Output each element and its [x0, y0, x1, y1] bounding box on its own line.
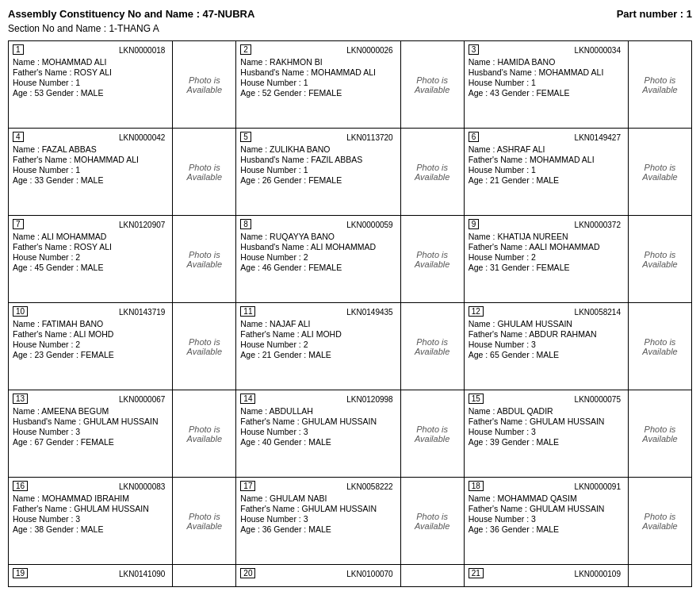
voter-name: Name : MOHAMMAD QASIM: [469, 493, 624, 503]
photo-placeholder: Photo isAvailable: [628, 41, 691, 128]
voter-house: House Number : 1: [13, 78, 168, 87]
card-lkn: LKN0000091: [557, 481, 624, 493]
assembly-title: Assembly Constituency No and Name : 47-N…: [8, 8, 254, 20]
card-lkn: LKN0058214: [557, 306, 624, 318]
voter-father: Father's Name : MOHAMMAD ALI: [469, 155, 624, 164]
voter-name: Name : FATIMAH BANO: [13, 319, 168, 328]
card-lkn: LKN0120907: [101, 219, 168, 231]
voter-card: 15 LKN0000075 Name : ABDUL QADIR Father'…: [465, 390, 692, 478]
voter-age-gender: Age : 65 Gender : MALE: [469, 350, 624, 359]
voter-card: 13 LKN0000067 Name : AMEENA BEGUM Husban…: [9, 390, 236, 478]
photo-placeholder: Photo isAvailable: [400, 390, 464, 477]
voter-house: House Number : 2: [13, 252, 168, 262]
card-number: 10: [13, 306, 28, 317]
voter-card: 17 LKN0058222 Name : GHULAM NABI Father'…: [236, 478, 464, 565]
voter-name: Name : MOHAMMAD ALI: [13, 57, 168, 67]
card-lkn: LKN0058222: [329, 481, 396, 493]
card-number: 13: [13, 394, 28, 404]
card-number: 8: [240, 219, 251, 229]
voter-card: 6 LKN0149427 Name : ASHRAF ALI Father's …: [465, 129, 692, 216]
voter-name: Name : ASHRAF ALI: [469, 144, 624, 154]
card-lkn: LKN0100070: [329, 568, 396, 580]
card-lkn: LKN0120998: [329, 394, 396, 405]
voter-house: House Number : 3: [469, 340, 624, 349]
voter-house: House Number : 2: [13, 340, 168, 349]
voter-age-gender: Age : 36 Gender : MALE: [469, 524, 624, 534]
card-lkn: LKN0141090: [101, 568, 168, 580]
voter-father: Father's Name : GHULAM HUSSAIN: [240, 504, 396, 513]
card-number: 6: [469, 132, 480, 142]
voter-house: House Number : 2: [240, 252, 396, 262]
voter-father: Father's Name : GHULAM HUSSAIN: [240, 417, 396, 426]
card-number: 21: [469, 568, 484, 578]
photo-placeholder: Photo isAvailable: [628, 303, 691, 390]
card-number: 15: [469, 394, 484, 404]
voter-father: Father's Name : MOHAMMAD ALI: [13, 155, 168, 164]
voter-card: 3 LKN0000034 Name : HAMIDA BANO Husband'…: [465, 41, 692, 129]
part-number: Part number : 1: [617, 8, 692, 20]
voter-name: Name : NAJAF ALI: [240, 319, 396, 328]
card-lkn: LKN0000018: [101, 44, 168, 56]
voter-age-gender: Age : 21 Gender : MALE: [240, 350, 396, 359]
bottom-row: 19 LKN0141090 20 LKN0100070 21 LKN000010…: [8, 565, 692, 587]
voter-card: 8 LKN0000059 Name : RUQAYYA BANO Husband…: [236, 216, 464, 303]
voter-name: Name : RAKHMON BI: [240, 57, 396, 67]
voter-house: House Number : 3: [240, 514, 396, 524]
voter-card: 7 LKN0120907 Name : ALI MOHAMMAD Father'…: [9, 216, 236, 303]
voter-name: Name : ZULIKHA BANO: [240, 144, 396, 154]
card-number: 14: [240, 394, 255, 404]
card-number: 2: [240, 44, 251, 55]
voter-age-gender: Age : 33 Gender : MALE: [13, 175, 168, 185]
voter-name: Name : HAMIDA BANO: [469, 57, 624, 67]
voter-father: Father's Name : ALI MOHD: [13, 329, 168, 339]
voter-father: Husband's Name : MOHAMMAD ALI: [240, 67, 396, 77]
voter-father: Father's Name : ROSY ALI: [13, 67, 168, 77]
voter-father: Husband's Name : FAZIL ABBAS: [240, 155, 396, 164]
voter-age-gender: Age : 43 Gender : FEMALE: [469, 88, 624, 98]
voter-house: House Number : 2: [240, 340, 396, 349]
voter-card: 18 LKN0000091 Name : MOHAMMAD QASIM Fath…: [465, 478, 692, 565]
voter-house: House Number : 1: [13, 165, 168, 175]
photo-placeholder: Photo isAvailable: [172, 41, 235, 128]
voter-grid: 1 LKN0000018 Name : MOHAMMAD ALI Father'…: [8, 40, 692, 565]
card-number: 12: [469, 306, 484, 317]
voter-house: House Number : 1: [469, 78, 624, 87]
card-number: 18: [469, 481, 484, 491]
voter-name: Name : ABDUL QADIR: [469, 406, 624, 416]
photo-placeholder: Photo isAvailable: [400, 303, 464, 390]
voter-card: 12 LKN0058214 Name : GHULAM HUSSAIN Fath…: [465, 303, 692, 390]
voter-house: House Number : 1: [469, 165, 624, 175]
voter-age-gender: Age : 38 Gender : MALE: [13, 524, 168, 534]
voter-card: 14 LKN0120998 Name : ABDULLAH Father's N…: [236, 390, 464, 478]
voter-house: House Number : 3: [13, 514, 168, 524]
photo-placeholder: Photo isAvailable: [172, 129, 235, 215]
voter-father: Father's Name : ALI MOHD: [240, 329, 396, 339]
photo-placeholder: Photo isAvailable: [628, 129, 691, 215]
card-number: 3: [469, 44, 480, 55]
voter-card: 1 LKN0000018 Name : MOHAMMAD ALI Father'…: [9, 41, 236, 129]
card-number: 4: [13, 132, 24, 142]
voter-name: Name : RUQAYYA BANO: [240, 232, 396, 241]
card-lkn: LKN0000372: [557, 219, 624, 231]
photo-placeholder: Photo isAvailable: [172, 303, 235, 390]
voter-father: Father's Name : AALI MOHAMMAD: [469, 242, 624, 252]
card-lkn: LKN0000059: [329, 219, 396, 231]
card-lkn: LKN0000026: [329, 44, 396, 56]
card-number: 16: [13, 481, 28, 491]
voter-father: Husband's Name : MOHAMMAD ALI: [469, 67, 624, 77]
card-number: 19: [13, 568, 28, 578]
voter-card: 2 LKN0000026 Name : RAKHMON BI Husband's…: [236, 41, 464, 129]
voter-card-partial: 20 LKN0100070: [236, 565, 464, 587]
card-number: 11: [240, 306, 255, 317]
voter-name: Name : FAZAL ABBAS: [13, 144, 168, 154]
voter-house: House Number : 1: [240, 165, 396, 175]
card-number: 20: [240, 568, 255, 578]
voter-age-gender: Age : 23 Gender : FEMALE: [13, 350, 168, 359]
voter-house: House Number : 2: [469, 252, 624, 262]
voter-house: House Number : 3: [240, 427, 396, 436]
photo-placeholder: Photo isAvailable: [172, 478, 235, 564]
voter-name: Name : AMEENA BEGUM: [13, 406, 168, 416]
photo-placeholder: Photo isAvailable: [400, 216, 464, 302]
photo-placeholder: Photo isAvailable: [400, 478, 464, 564]
voter-age-gender: Age : 21 Gender : MALE: [469, 175, 624, 185]
